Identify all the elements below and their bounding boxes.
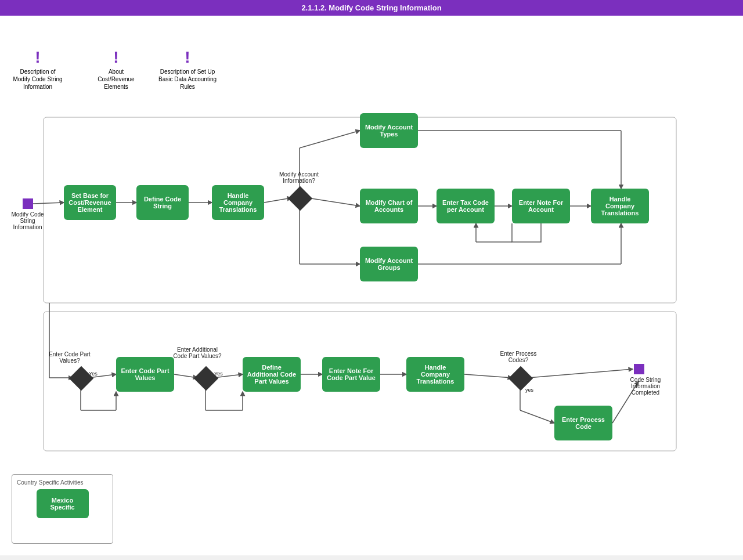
diamond2-label: Enter Code Part Values? <box>46 351 93 364</box>
start-label: Modify Code String Information <box>9 211 46 230</box>
diamond1-label: Modify Account Information? <box>273 171 325 184</box>
exclamation-icon-1: ! <box>35 49 40 66</box>
modify-acc-groups-node[interactable]: Modify Account Groups <box>360 247 418 281</box>
legend-label-3: Description of Set Up Basic Data Account… <box>156 68 219 91</box>
svg-line-28 <box>528 369 633 378</box>
diamond4-yes: yes <box>525 387 533 393</box>
svg-line-5 <box>264 198 291 203</box>
handle-co-trans1-node[interactable]: Handle Company Translations <box>212 185 264 220</box>
legend-desc-setup: ! Description of Set Up Basic Data Accou… <box>156 49 219 91</box>
set-base-node[interactable]: Set Base for Cost/Revenue Element <box>64 185 116 220</box>
enter-note-cpv-node[interactable]: Enter Note For Code Part Value <box>322 357 380 392</box>
diamond4-label: Enter Process Codes? <box>492 351 544 363</box>
diamond3-yes: Yes <box>214 371 223 377</box>
modify-chart-node[interactable]: Modify Chart of Accounts <box>360 189 418 223</box>
svg-line-30 <box>520 410 554 423</box>
enter-note-acc-node[interactable]: Enter Note For Account <box>512 189 570 223</box>
modify-acc-types-node[interactable]: Modify Account Types <box>360 113 418 148</box>
end-label: Code String Information Completed <box>622 377 669 396</box>
svg-line-7 <box>300 131 360 148</box>
legend-label-2: About Cost/Revenue Elements <box>90 68 142 91</box>
handle-co-trans2-node[interactable]: Handle Company Translations <box>591 189 649 223</box>
page-title: 2.1.1.2. Modify Code String Information <box>0 0 743 16</box>
svg-line-8 <box>308 198 360 206</box>
legend-about-cost: ! About Cost/Revenue Elements <box>90 49 142 91</box>
enter-code-part-vals-node[interactable]: Enter Code Part Values <box>116 357 174 392</box>
diamond3-node <box>194 366 218 391</box>
enter-process-node[interactable]: Enter Process Code <box>554 406 612 440</box>
define-add-node[interactable]: Define Additional Code Part Values <box>243 357 301 392</box>
mexico-specific-node[interactable]: Mexico Specific <box>37 489 89 518</box>
end-node <box>634 364 644 374</box>
enter-tax-node[interactable]: Enter Tax Code per Account <box>437 189 495 223</box>
handle-co-trans3-node[interactable]: Handle Company Translations <box>406 357 464 392</box>
exclamation-icon-3: ! <box>185 49 190 66</box>
define-code-node[interactable]: Define Code String <box>136 185 189 220</box>
diamond1-node <box>288 186 312 211</box>
start-node <box>23 198 33 209</box>
svg-line-27 <box>464 374 512 378</box>
country-box: Country Specific Activities Mexico Speci… <box>12 474 113 544</box>
exclamation-icon-2: ! <box>113 49 118 66</box>
diamond3-label: Enter Additional Code Part Values? <box>171 346 223 359</box>
svg-line-2 <box>33 203 64 204</box>
country-title: Country Specific Activities <box>17 479 108 486</box>
legend-label-1: Description of Modify Code String Inform… <box>12 68 64 91</box>
diamond2-node <box>69 366 93 391</box>
legend-desc-modify: ! Description of Modify Code String Info… <box>12 49 64 91</box>
diamond2-yes: Yes <box>89 371 98 377</box>
